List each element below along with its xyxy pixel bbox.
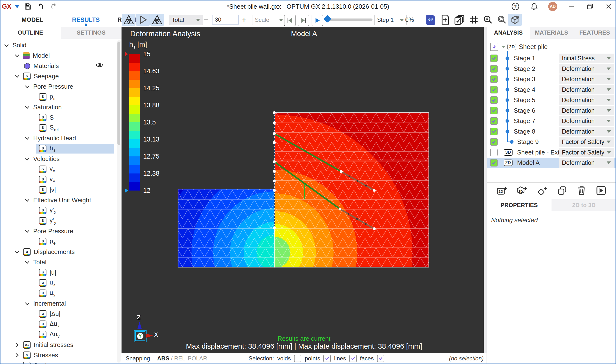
stage-row-5[interactable]: Stage 5Deformation (487, 95, 616, 105)
stage-checkbox[interactable] (490, 54, 498, 62)
stage-row-4[interactable]: Stage 4Deformation (487, 85, 616, 95)
soil-left-block[interactable] (178, 189, 274, 267)
chevron-right-icon[interactable] (14, 352, 20, 358)
clone-stage-button[interactable] (557, 185, 568, 197)
view-3d-box-button[interactable] (508, 14, 522, 26)
stage-row-6[interactable]: Stage 6Deformation (487, 105, 616, 116)
tree-item-u[interactable]: uux (0, 278, 116, 288)
user-avatar[interactable]: AD (548, 2, 557, 11)
tree-item-s[interactable]: SSrel (0, 123, 116, 133)
tree-item-h[interactable]: Shs (0, 143, 116, 154)
tree-item-materials[interactable]: Materials (0, 61, 116, 71)
tree-item--u-[interactable]: u|Δu| (0, 309, 116, 319)
tree-item--v-[interactable]: S|v| (0, 185, 116, 195)
checkbox-points[interactable] (323, 355, 331, 362)
stage-row-9[interactable]: Stage 9Factor of Safety (487, 137, 616, 147)
checkbox-voids[interactable] (294, 355, 301, 362)
tree-item--u[interactable]: uΔux (0, 319, 116, 329)
chevron-down-icon[interactable] (24, 197, 30, 204)
export-gif-button[interactable]: GIF (424, 14, 437, 26)
collapse-caret-icon[interactable] (501, 46, 505, 48)
analysis-type-dropdown[interactable]: Deformation (559, 158, 614, 168)
chevron-down-icon[interactable] (14, 73, 20, 79)
animation-slider-handle[interactable] (323, 15, 331, 23)
stage-row-7[interactable]: Stage 7Deformation (487, 116, 616, 126)
new-stage-button[interactable] (537, 185, 548, 197)
new-view-button[interactable] (438, 14, 452, 26)
stage-checkbox[interactable] (490, 65, 498, 73)
result-mode-dropdown[interactable]: Total (169, 15, 203, 25)
stage-checkbox[interactable] (490, 128, 498, 135)
tab-settings[interactable]: SETTINGS (61, 27, 122, 39)
tree-scrollbar-thumb[interactable] (117, 41, 120, 145)
tree-item-s[interactable]: SS (0, 112, 116, 123)
stage-row-2[interactable]: Stage 2Deformation (487, 64, 616, 74)
stage-checkbox[interactable] (490, 138, 498, 146)
model-row-sheet-pile-extru-[interactable]: 3DSheet pile - Extru...Factor of Safety (487, 147, 616, 158)
tree-item-saturation[interactable]: Saturation (0, 102, 116, 112)
chevron-down-icon[interactable] (24, 259, 30, 265)
delete-stage-button[interactable] (576, 185, 587, 197)
tree-item-initial-stresses[interactable]: σ₀Initial stresses (0, 340, 116, 350)
restore-button[interactable] (585, 2, 595, 11)
analysis-type-dropdown[interactable]: Deformation (559, 106, 614, 116)
tab-materials[interactable]: MATERIALS (530, 27, 573, 39)
tree-item-pore-pressure[interactable]: Pore Pressure (0, 81, 116, 92)
show-elements-button[interactable] (122, 14, 136, 26)
analysis-type-dropdown[interactable]: Initial Stress (559, 53, 614, 63)
stage-row-1[interactable]: Stage 1Initial Stress (487, 53, 616, 64)
chevron-down-icon[interactable] (24, 156, 30, 162)
tree-item-displacements[interactable]: uDisplacements (0, 247, 116, 257)
tree-item--u[interactable]: uΔuy (0, 329, 116, 340)
analysis-type-dropdown[interactable]: Deformation (559, 64, 614, 74)
stage-checkbox[interactable] (490, 86, 498, 93)
abs-rel-toggle[interactable]: ABS / REL (157, 353, 185, 364)
tab-analysis[interactable]: ANALYSIS (487, 27, 530, 39)
stage-row-8[interactable]: Stage 8Deformation (487, 126, 616, 137)
tree-item--u-[interactable]: u|u| (0, 267, 116, 278)
tree-item-solid[interactable]: Solid (0, 40, 116, 51)
tree-item-effective-unit-weight[interactable]: Effective Unit Weight (0, 195, 116, 206)
close-button[interactable] (604, 2, 614, 11)
viewport[interactable]: Deformation Analysis Model A hs [m] 1514… (122, 27, 487, 353)
analysis-type-dropdown[interactable]: Deformation (559, 127, 614, 136)
project-root-row[interactable]: 2D Sheet pile (487, 41, 616, 52)
zoom-extents-button[interactable] (481, 14, 495, 26)
analysis-type-dropdown[interactable]: Deformation (559, 95, 614, 105)
analysis-type-dropdown[interactable]: Deformation (559, 75, 614, 84)
chevron-down-icon[interactable] (24, 84, 30, 90)
skip-to-end-button[interactable] (298, 15, 309, 26)
checkbox-faces[interactable] (377, 355, 384, 362)
checkbox-lines[interactable] (350, 355, 357, 362)
soil-right-block[interactable] (274, 113, 429, 267)
tree-item-v[interactable]: Svy (0, 174, 116, 185)
chevron-down-icon[interactable] (14, 249, 20, 255)
chevron-down-icon[interactable] (24, 300, 30, 307)
tab-outline[interactable]: OUTLINE (0, 27, 61, 39)
viewport-scrollbar[interactable] (484, 27, 487, 353)
show-deformed-button[interactable] (136, 14, 150, 26)
new-3d-analysis-button[interactable]: 3D (517, 185, 528, 197)
zoom-window-button[interactable] (495, 14, 509, 26)
tree-item-p[interactable]: Sps (0, 92, 116, 102)
play-animation-button[interactable] (312, 15, 323, 26)
tree-item-incremental[interactable]: Incremental (0, 299, 116, 309)
tree-scrollbar-track[interactable] (117, 40, 121, 363)
analysis-type-dropdown[interactable]: Factor of Safety (559, 137, 614, 147)
tab-2d-to-3d[interactable]: 2D to 3D (551, 199, 616, 211)
chevron-down-icon[interactable] (24, 104, 30, 111)
tree-item-v[interactable]: Svx (0, 164, 116, 174)
stage-checkbox[interactable] (490, 159, 498, 167)
tree-item--[interactable]: Sγ'x (0, 206, 116, 216)
tree-item-velocities[interactable]: Velocities (0, 154, 116, 164)
chevron-down-icon[interactable] (24, 135, 30, 142)
analysis-type-dropdown[interactable]: Deformation (559, 85, 614, 95)
tab-features[interactable]: FEATURES (573, 27, 616, 39)
stage-checkbox[interactable] (490, 149, 498, 156)
show-mesh-button[interactable] (150, 14, 164, 26)
tree-item-u[interactable]: uuy (0, 288, 116, 299)
scale-dropdown[interactable]: Scale (252, 15, 286, 25)
analysis-type-dropdown[interactable]: Deformation (559, 116, 614, 126)
tree-item-strains[interactable]: εStrains (0, 360, 116, 364)
tree-item-stresses[interactable]: σStresses (0, 350, 116, 360)
